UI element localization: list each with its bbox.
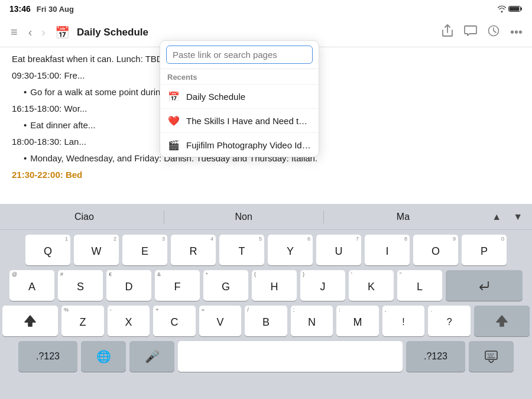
key-H[interactable]: (H — [252, 270, 297, 301]
battery-icon — [508, 5, 523, 12]
key-Z[interactable]: %Z — [61, 306, 104, 336]
key-C[interactable]: +C — [153, 306, 196, 336]
predictive-word-0[interactable]: Ciao — [5, 208, 164, 226]
recent-item-1[interactable]: ❤️ The Skills I Have and Need to Build f… — [160, 108, 319, 132]
svg-rect-2 — [510, 7, 520, 11]
recent-item-0[interactable]: 📅 Daily Schedule — [160, 84, 319, 108]
hamburger-button[interactable]: ≡ — [7, 23, 21, 41]
svg-rect-1 — [521, 8, 523, 11]
key-M[interactable]: :M — [336, 306, 379, 336]
key-A[interactable]: @A — [9, 270, 54, 301]
predictive-arrows: ▲ ▼ — [487, 210, 527, 223]
key-G[interactable]: *G — [203, 270, 248, 301]
predictive-bar: Ciao Non Ma ▲ ▼ — [0, 204, 532, 230]
svg-rect-4 — [485, 351, 497, 359]
status-date: Fri 30 Aug — [37, 5, 74, 14]
key-O[interactable]: 9O — [413, 235, 458, 265]
key-I[interactable]: 8I — [365, 235, 410, 265]
wifi-icon — [497, 5, 507, 12]
shift-key[interactable] — [2, 306, 58, 336]
content-line-7: 21:30-22:00: Bed — [12, 167, 520, 183]
recents-label: Recents — [160, 69, 319, 84]
predictive-word-1[interactable]: Non — [164, 208, 323, 226]
key-F[interactable]: &F — [155, 270, 200, 301]
recent-text-0: Daily Schedule — [186, 92, 245, 102]
predictive-word-2[interactable]: Ma — [324, 208, 483, 226]
keyboard-area: Ciao Non Ma ▲ ▼ 1Q 2W 3E 4R 5T 6Y 7U 8I … — [0, 204, 532, 399]
key-D[interactable]: €D — [106, 270, 151, 301]
status-icons — [497, 5, 523, 12]
key-R[interactable]: 4R — [171, 235, 216, 265]
space-key[interactable] — [178, 341, 403, 372]
key-P[interactable]: 0P — [462, 235, 507, 265]
search-input[interactable] — [166, 46, 313, 64]
key-N[interactable]: ;N — [291, 306, 333, 336]
key-T[interactable]: 5T — [219, 235, 264, 265]
numbers-key-left[interactable]: .?123 — [18, 341, 77, 372]
comment-button[interactable] — [462, 22, 479, 42]
return-key[interactable] — [446, 270, 523, 301]
key-V[interactable]: =V — [199, 306, 242, 336]
key-J[interactable]: )J — [300, 270, 345, 301]
page-title: Daily Schedule — [77, 27, 148, 38]
search-input-wrapper — [160, 41, 319, 69]
more-button[interactable]: ••• — [508, 23, 525, 41]
recent-icon-0: 📅 — [167, 90, 180, 103]
status-bar: 13:46 Fri 30 Aug — [0, 0, 532, 18]
status-time: 13:46 — [9, 4, 31, 14]
recent-text-2: Fujifilm Photography Video Ideas — [186, 140, 312, 150]
back-button[interactable]: ‹ — [26, 23, 35, 41]
key-S[interactable]: #S — [58, 270, 103, 301]
key-Y[interactable]: 6Y — [268, 235, 313, 265]
key-E[interactable]: 3E — [122, 235, 167, 265]
mic-key[interactable]: 🎤 — [129, 341, 174, 372]
shift-key-right[interactable] — [474, 306, 530, 336]
key-L[interactable]: "L — [397, 270, 442, 301]
page-icon: 📅 — [55, 25, 70, 40]
key-K[interactable]: 'K — [349, 270, 394, 301]
key-X[interactable]: -X — [108, 306, 150, 336]
key-exclaim[interactable]: ,! — [382, 306, 425, 336]
key-U[interactable]: 7U — [316, 235, 361, 265]
key-row-bottom: .?123 🌐 🎤 .?123 — [2, 341, 530, 372]
recent-item-2[interactable]: 🎬 Fujifilm Photography Video Ideas — [160, 132, 319, 157]
search-popup: Recents 📅 Daily Schedule ❤️ The Skills I… — [160, 40, 319, 157]
keyboard-rows: 1Q 2W 3E 4R 5T 6Y 7U 8I 9O 0P @A #S €D &… — [0, 230, 532, 377]
recent-icon-1: ❤️ — [167, 114, 180, 127]
key-question[interactable]: .? — [428, 306, 471, 336]
key-Q[interactable]: 1Q — [25, 235, 70, 265]
key-row-2: %Z -X +C =V /B ;N :M ,! .? — [2, 306, 530, 336]
forward-button[interactable]: › — [39, 23, 48, 41]
key-B[interactable]: /B — [245, 306, 287, 336]
key-row-0: 1Q 2W 3E 4R 5T 6Y 7U 8I 9O 0P — [2, 235, 530, 265]
key-W[interactable]: 2W — [74, 235, 119, 265]
key-row-1: @A #S €D &F *G (H )J 'K "L — [2, 270, 530, 301]
recent-text-1: The Skills I Have and Need to Build for … — [186, 116, 312, 126]
share-button[interactable] — [439, 22, 456, 43]
keyboard-hide-key[interactable] — [469, 341, 514, 372]
arrow-up-button[interactable]: ▲ — [487, 210, 506, 223]
arrow-down-button[interactable]: ▼ — [508, 210, 527, 223]
numbers-key-right[interactable]: .?123 — [406, 341, 465, 372]
history-button[interactable] — [485, 22, 502, 42]
globe-key[interactable]: 🌐 — [81, 341, 126, 372]
recent-icon-2: 🎬 — [167, 138, 180, 151]
